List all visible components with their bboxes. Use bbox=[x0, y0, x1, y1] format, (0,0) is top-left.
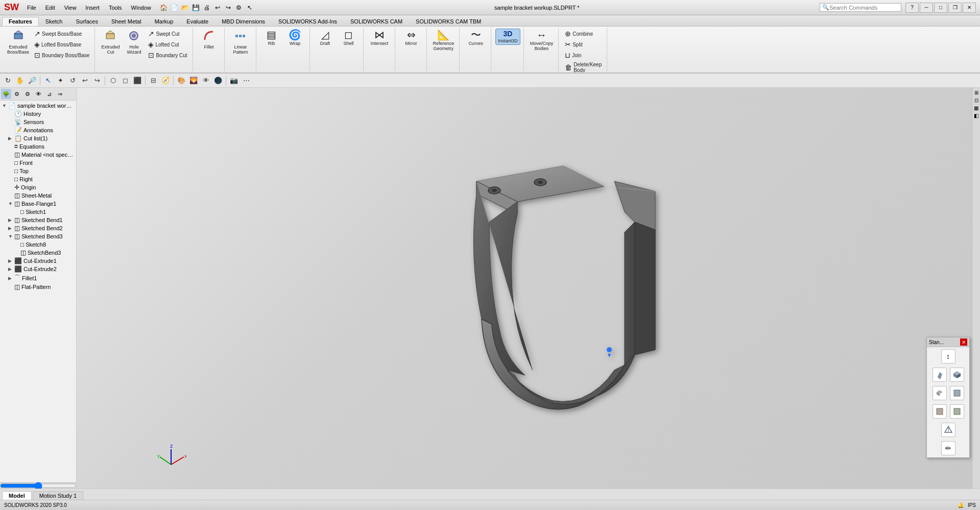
scene-icon[interactable]: 🌄 bbox=[188, 75, 199, 86]
property-tab[interactable]: ⚙ bbox=[12, 89, 22, 99]
options-icon[interactable]: ⚙ bbox=[234, 3, 244, 12]
boundary-boss-button[interactable]: ⊡ Boundary Boss/Base bbox=[32, 50, 91, 60]
tree-item-fillet1[interactable]: ▶ ⌒ Fillet1 bbox=[0, 273, 76, 283]
mirror-button[interactable]: ⇔ Mirror bbox=[400, 29, 422, 47]
more-icon[interactable]: ⋯ bbox=[241, 75, 252, 86]
tree-item-flat-pattern[interactable]: ◫ Flat-Pattern bbox=[0, 283, 76, 291]
save-icon[interactable]: 💾 bbox=[192, 3, 201, 12]
expand-all-icon[interactable]: ⇒ bbox=[55, 89, 65, 99]
tree-item-cut-extrude2[interactable]: ▶ ⬛ Cut-Extrude2 bbox=[0, 265, 76, 273]
lofted-cut-button[interactable]: ◈ Lofted Cut bbox=[146, 39, 189, 50]
ref-geometry-button[interactable]: 📐 ReferenceGeometry bbox=[431, 29, 457, 52]
combine-button[interactable]: ⊕ Combine bbox=[563, 29, 604, 39]
tree-item-sketchbend3[interactable]: ◫ SketchBend3 bbox=[0, 249, 76, 257]
smart-select-icon[interactable]: ✦ bbox=[55, 75, 66, 86]
3d-viewport[interactable]: X Y Z ⊞ ⊡ ▦ ◧ Stan... ✕ ↕ bbox=[77, 88, 980, 489]
swept-boss-button[interactable]: ↗ Swept Boss/Base bbox=[32, 29, 91, 39]
rotate2-icon[interactable]: ↺ bbox=[67, 75, 78, 86]
tab-evaluate[interactable]: Evaluate bbox=[180, 17, 215, 26]
maximize-button[interactable]: □ bbox=[934, 3, 947, 13]
tab-markup[interactable]: Markup bbox=[148, 17, 180, 26]
tab-mbd[interactable]: MBD Dimensions bbox=[215, 17, 272, 26]
horizontal-scrollbar[interactable] bbox=[0, 483, 76, 489]
trimetric-button[interactable] bbox=[933, 386, 947, 400]
isometric-button[interactable] bbox=[950, 368, 964, 382]
realview-icon[interactable]: 👁 bbox=[200, 75, 211, 86]
left-panel-scrollbar[interactable] bbox=[0, 482, 76, 489]
tree-item-origin[interactable]: ✛ Origin bbox=[0, 183, 76, 191]
swept-cut-button[interactable]: ↗ Swept Cut bbox=[146, 29, 189, 39]
shell-button[interactable]: ◻ Shell bbox=[338, 29, 360, 47]
rs-icon4[interactable]: ◧ bbox=[974, 113, 978, 118]
notification-icon[interactable]: 🔔 bbox=[958, 502, 964, 508]
pan-icon[interactable]: ✋ bbox=[14, 75, 26, 86]
wireframe-icon[interactable]: ⬡ bbox=[107, 75, 118, 86]
tab-sheet-metal[interactable]: Sheet Metal bbox=[105, 17, 148, 26]
tree-item-cut-extrude1[interactable]: ▶ ⬛ Cut-Extrude1 bbox=[0, 257, 76, 265]
intersect-button[interactable]: ⋈ Intersect bbox=[368, 29, 391, 47]
hidden-icon[interactable]: ◻ bbox=[119, 75, 131, 86]
select-icon[interactable]: ↖ bbox=[245, 3, 254, 12]
menu-tools[interactable]: Tools bbox=[105, 4, 126, 12]
left-view-button[interactable] bbox=[950, 404, 964, 419]
extruded-cut-button[interactable]: ExtrudedCut bbox=[99, 29, 122, 56]
select-tool-icon[interactable]: ↖ bbox=[42, 75, 54, 86]
search-input[interactable] bbox=[829, 5, 891, 11]
tree-item-cut-list[interactable]: ▶ 📋 Cut list(1) bbox=[0, 134, 76, 142]
lofted-boss-button[interactable]: ◈ Lofted Boss/Base bbox=[32, 39, 91, 50]
curves-button[interactable]: 〜 Curves bbox=[465, 29, 487, 47]
shadows-icon[interactable]: 🌑 bbox=[212, 75, 224, 86]
tree-item-base-flange[interactable]: ▼ ◫ Base-Flange1 bbox=[0, 200, 76, 208]
open-icon[interactable]: 📂 bbox=[181, 3, 190, 12]
extruded-boss-button[interactable]: ExtrudedBoss/Base bbox=[5, 29, 31, 56]
tree-item-root[interactable]: ▼ 📄 sample bracket workup (De bbox=[0, 102, 76, 110]
feature-tree-tab[interactable]: 🌳 bbox=[1, 89, 11, 99]
screen-capture-icon[interactable]: 📷 bbox=[228, 75, 240, 86]
tree-item-front[interactable]: □ Front bbox=[0, 159, 76, 167]
filter-icon[interactable]: ⊿ bbox=[44, 89, 54, 99]
home-icon[interactable]: 🏠 bbox=[159, 3, 169, 12]
tree-item-sheet-metal[interactable]: ◫ Sheet-Metal bbox=[0, 191, 76, 200]
tree-item-sensors[interactable]: 📡 Sensors bbox=[0, 118, 76, 126]
tab-addins[interactable]: SOLIDWORKS Add-Ins bbox=[272, 17, 344, 26]
tree-item-sketch8[interactable]: □ Sketch8 bbox=[0, 240, 76, 249]
normal-to-button[interactable]: ↕ bbox=[941, 349, 955, 363]
menu-window[interactable]: Window bbox=[127, 4, 155, 12]
menu-view[interactable]: View bbox=[60, 4, 81, 12]
motion-study-tab[interactable]: Motion Study 1 bbox=[33, 491, 83, 500]
tree-item-right[interactable]: □ Right bbox=[0, 175, 76, 183]
undo-icon[interactable]: ↩ bbox=[213, 3, 222, 12]
move-copy-button[interactable]: ↔ Move/CopyBodies bbox=[528, 29, 556, 52]
tree-item-annotations[interactable]: 📝 Annotations bbox=[0, 126, 76, 134]
tab-cam-tbm[interactable]: SOLIDWORKS CAM TBM bbox=[409, 17, 488, 26]
tab-features[interactable]: Features bbox=[2, 17, 39, 26]
tab-sketch[interactable]: Sketch bbox=[39, 17, 69, 26]
fillet-button[interactable]: Fillet bbox=[198, 29, 220, 51]
stan-panel-close[interactable]: ✕ bbox=[960, 338, 967, 346]
wrap-button[interactable]: 🌀 Wrap bbox=[284, 29, 306, 47]
display-tab[interactable]: 👁 bbox=[33, 89, 43, 99]
dimetric-button[interactable] bbox=[933, 368, 947, 382]
close-button[interactable]: ✕ bbox=[963, 3, 976, 13]
tree-item-equations[interactable]: = Equations bbox=[0, 142, 76, 151]
menu-file[interactable]: File bbox=[23, 4, 40, 12]
tree-item-sketched-bend3[interactable]: ▼ ◫ Sketched Bend3 bbox=[0, 232, 76, 240]
tab-cam[interactable]: SOLIDWORKS CAM bbox=[344, 17, 409, 26]
undo2-icon[interactable]: ↩ bbox=[79, 75, 90, 86]
rs-icon3[interactable]: ▦ bbox=[974, 105, 978, 111]
rs-icon2[interactable]: ⊡ bbox=[974, 98, 978, 103]
rib-button[interactable]: ▤ Rib bbox=[260, 29, 283, 47]
tree-item-sketch1[interactable]: □ Sketch1 bbox=[0, 208, 76, 216]
config-tab[interactable]: ⚙ bbox=[22, 89, 33, 99]
view-orient-icon[interactable]: 🧭 bbox=[160, 75, 171, 86]
redo-icon[interactable]: ↪ bbox=[224, 3, 233, 12]
boundary-cut-button[interactable]: ⊡ Boundary Cut bbox=[146, 50, 189, 60]
restore-button[interactable]: ❐ bbox=[948, 3, 962, 13]
help-button[interactable]: ? bbox=[905, 3, 919, 13]
print-icon[interactable]: 🖨 bbox=[202, 3, 211, 12]
display-mode-icon[interactable]: 🎨 bbox=[176, 75, 187, 86]
menu-insert[interactable]: Insert bbox=[81, 4, 104, 12]
tree-item-history[interactable]: 🕐 History bbox=[0, 110, 76, 118]
section-view-icon[interactable]: ⊟ bbox=[148, 75, 159, 86]
new-icon[interactable]: 📄 bbox=[170, 3, 179, 12]
